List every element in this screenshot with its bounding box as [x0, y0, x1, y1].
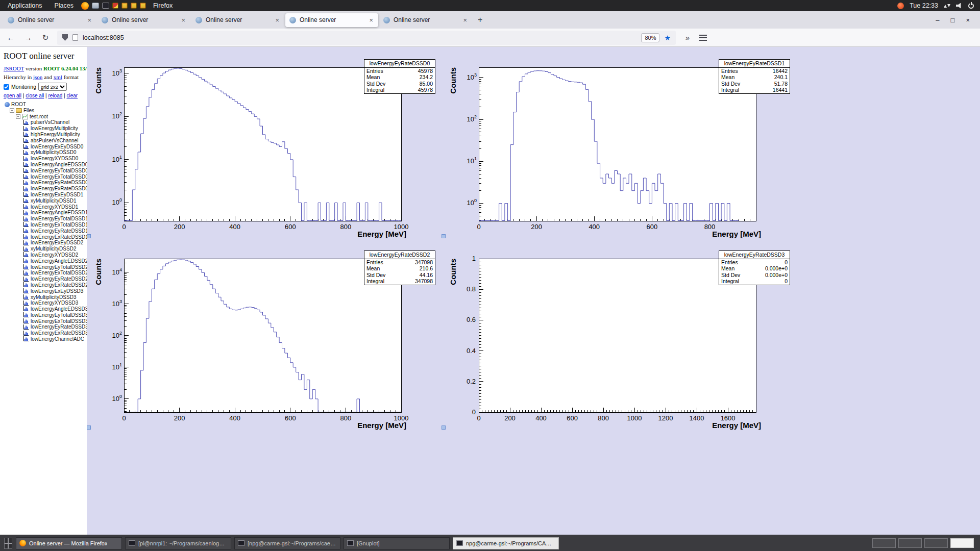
- show-desktop-button[interactable]: [4, 538, 12, 549]
- tree-item-xyMultiplicityDSSD0[interactable]: xyMultiplicityDSSD0: [4, 149, 87, 156]
- tree-item-lowEnergyMultiplicity[interactable]: lowEnergyMultiplicity: [4, 126, 87, 132]
- power-icon[interactable]: [968, 3, 974, 9]
- tree-item-lowEnergyExEyDSSD2[interactable]: lowEnergyExEyDSSD2: [4, 240, 87, 246]
- monitoring-checkbox[interactable]: [4, 84, 9, 90]
- workspace-cell[interactable]: [898, 538, 922, 548]
- tree-item-lowEnergyExRateDSSD3[interactable]: lowEnergyExRateDSSD3: [4, 330, 87, 336]
- page-info-icon[interactable]: [72, 34, 78, 41]
- tree-item-lowEnergyAngleEDSSD0[interactable]: lowEnergyAngleEDSSD0: [4, 162, 87, 168]
- forward-button[interactable]: →: [22, 33, 34, 42]
- menu-hamburger-icon[interactable]: [699, 37, 707, 38]
- bookmark-star-icon[interactable]: ★: [664, 34, 671, 42]
- browser-tab[interactable]: Online server×: [285, 13, 378, 27]
- tree-item-lowEnergyExTotalDSSD2[interactable]: lowEnergyExTotalDSSD2: [4, 270, 87, 276]
- terminal-launcher-icon[interactable]: [102, 3, 109, 9]
- tree-item-lowEnergyChannelADC[interactable]: lowEnergyChannelADC: [4, 336, 87, 342]
- tree-item-lowEnergyAngleEDSSD2[interactable]: lowEnergyAngleEDSSD2: [4, 258, 87, 264]
- minimize-button[interactable]: –: [936, 16, 939, 24]
- action-clear[interactable]: clear: [66, 93, 78, 98]
- overflow-menu-icon[interactable]: »: [682, 33, 693, 42]
- notification-icon[interactable]: [897, 3, 904, 9]
- layout-select[interactable]: grid 2x2: [38, 83, 67, 91]
- tree-node-files[interactable]: −Files: [4, 108, 87, 114]
- histogram-panel-lowEnergyEyRateDSSD1[interactable]: 0200400600800100101102103Energy [MeV]Cou…: [442, 47, 796, 238]
- stats-box[interactable]: lowEnergyEyRateDSSD1Entries16442Mean240.…: [719, 59, 790, 94]
- tree-item-xyMultiplicityDSSD2[interactable]: xyMultiplicityDSSD2: [4, 246, 87, 252]
- workspace-cell[interactable]: [872, 538, 896, 548]
- tree-item-lowEnergyXYDSSD3[interactable]: lowEnergyXYDSSD3: [4, 300, 87, 306]
- tree-item-lowEnergyEyRateDSSD3[interactable]: lowEnergyEyRateDSSD3: [4, 324, 87, 330]
- app-icon[interactable]: [112, 3, 118, 9]
- stats-box[interactable]: lowEnergyEyRateDSSD0Entries45978Mean234.…: [364, 59, 435, 94]
- app-icon[interactable]: [121, 3, 128, 9]
- taskbar-window-button[interactable]: [npg@carme-gsi:~/Programs/caenlo...: [234, 537, 340, 549]
- browser-tab[interactable]: Online server×: [4, 13, 96, 27]
- close-button[interactable]: ×: [966, 16, 970, 24]
- applications-menu[interactable]: Applications: [3, 2, 46, 9]
- tree-item-lowEnergyExRateDSSD1[interactable]: lowEnergyExRateDSSD1: [4, 234, 87, 240]
- volume-icon[interactable]: [956, 3, 963, 9]
- resize-handle[interactable]: [87, 234, 91, 238]
- zoom-level-badge[interactable]: 80%: [641, 33, 659, 42]
- histogram-panel-lowEnergyEyRateDSSD2[interactable]: 02004006008001000100101102103104Energy […: [87, 238, 442, 430]
- tree-item-lowEnergyEyTotalDSSD2[interactable]: lowEnergyEyTotalDSSD2: [4, 264, 87, 270]
- app-icon[interactable]: [131, 3, 137, 9]
- tree-item-lowEnergyXYDSSD2[interactable]: lowEnergyXYDSSD2: [4, 252, 87, 258]
- tree-item-lowEnergyEyTotalDSSD3[interactable]: lowEnergyEyTotalDSSD3: [4, 312, 87, 318]
- workspace-cell[interactable]: [924, 538, 948, 548]
- file-manager-icon[interactable]: [92, 3, 99, 9]
- browser-tab[interactable]: Online server×: [191, 13, 284, 27]
- reload-button[interactable]: ↻: [40, 33, 51, 42]
- tree-item-lowEnergyAngleEDSSD3[interactable]: lowEnergyAngleEDSSD3: [4, 306, 87, 312]
- histogram-panel-lowEnergyEyRateDSSD0[interactable]: 02004006008001000100101102103Energy [MeV…: [87, 47, 442, 238]
- taskbar-window-button[interactable]: Online server — Mozilla Firefox: [16, 537, 122, 549]
- firefox-launcher-icon[interactable]: [81, 2, 89, 10]
- app-icon[interactable]: [140, 3, 146, 9]
- stats-box[interactable]: lowEnergyEyRateDSSD3Entries0Mean0.000e+0…: [719, 251, 790, 285]
- maximize-button[interactable]: □: [951, 16, 955, 24]
- tree-item-lowEnergyEyRateDSSD2[interactable]: lowEnergyEyRateDSSD2: [4, 276, 87, 282]
- tree-item-lowEnergyXYDSSD1[interactable]: lowEnergyXYDSSD1: [4, 204, 87, 210]
- resize-handle[interactable]: [87, 425, 91, 430]
- tree-item-lowEnergyEyRateDSSD0[interactable]: lowEnergyEyRateDSSD0: [4, 180, 87, 186]
- tab-close-icon[interactable]: ×: [368, 16, 374, 24]
- tree-item-lowEnergyExRateDSSD2[interactable]: lowEnergyExRateDSSD2: [4, 282, 87, 288]
- browser-tab[interactable]: Online server×: [97, 13, 190, 27]
- tree-item-lowEnergyAngleEDSSD1[interactable]: lowEnergyAngleEDSSD1: [4, 210, 87, 216]
- taskbar-window-button[interactable]: [Gnuplot]: [344, 537, 450, 549]
- tree-item-xyMultiplicityDSSD1[interactable]: xyMultiplicityDSSD1: [4, 198, 87, 204]
- tree-item-lowEnergyExEyDSSD3[interactable]: lowEnergyExEyDSSD3: [4, 288, 87, 294]
- resize-handle[interactable]: [442, 234, 446, 238]
- tab-close-icon[interactable]: ×: [462, 16, 468, 24]
- tab-close-icon[interactable]: ×: [274, 16, 280, 24]
- network-icon[interactable]: [944, 3, 950, 9]
- places-menu[interactable]: Places: [50, 2, 78, 9]
- tree-item-absPulserVsChannel[interactable]: absPulserVsChannel: [4, 138, 87, 144]
- workspace-pager[interactable]: [872, 538, 976, 548]
- taskbar-window-button[interactable]: [pi@nnrpi1: ~/Programs/caenlogger]: [125, 537, 231, 549]
- url-text[interactable]: localhost:8085: [83, 34, 636, 41]
- tab-close-icon[interactable]: ×: [86, 16, 92, 24]
- tree-expander-icon[interactable]: −: [16, 114, 20, 119]
- new-tab-button[interactable]: +: [473, 15, 487, 24]
- tab-close-icon[interactable]: ×: [180, 16, 186, 24]
- action-open-all[interactable]: open all: [4, 93, 21, 98]
- tree-item-lowEnergyExTotalDSSD0[interactable]: lowEnergyExTotalDSSD0: [4, 174, 87, 180]
- json-link[interactable]: json: [33, 74, 42, 80]
- browser-tab[interactable]: Online server×: [379, 13, 472, 27]
- jsroot-link[interactable]: JSROOT: [4, 65, 24, 71]
- xml-link[interactable]: xml: [54, 74, 62, 80]
- url-bar[interactable]: localhost:8085 80% ★: [57, 31, 676, 45]
- tree-item-lowEnergyExRateDSSD0[interactable]: lowEnergyExRateDSSD0: [4, 186, 87, 192]
- taskbar-window-button[interactable]: npg@carme-gsi:~/Programs/CARME...: [453, 537, 559, 549]
- tree-item-highEnergyMultiplicity[interactable]: highEnergyMultiplicity: [4, 132, 87, 138]
- tree-item-lowEnergyEyRateDSSD1[interactable]: lowEnergyEyRateDSSD1: [4, 228, 87, 234]
- tree-node-file[interactable]: −test.root: [4, 114, 87, 120]
- action-reload[interactable]: reload: [48, 93, 62, 98]
- tree-item-pulserVsChannel[interactable]: pulserVsChannel: [4, 119, 87, 126]
- shield-icon[interactable]: [62, 34, 68, 41]
- tree-item-xyMultiplicityDSSD3[interactable]: xyMultiplicityDSSD3: [4, 294, 87, 300]
- tree-item-lowEnergyExTotalDSSD1[interactable]: lowEnergyExTotalDSSD1: [4, 222, 87, 228]
- workspace-cell[interactable]: [950, 538, 974, 548]
- tree-item-lowEnergyExTotalDSSD3[interactable]: lowEnergyExTotalDSSD3: [4, 318, 87, 324]
